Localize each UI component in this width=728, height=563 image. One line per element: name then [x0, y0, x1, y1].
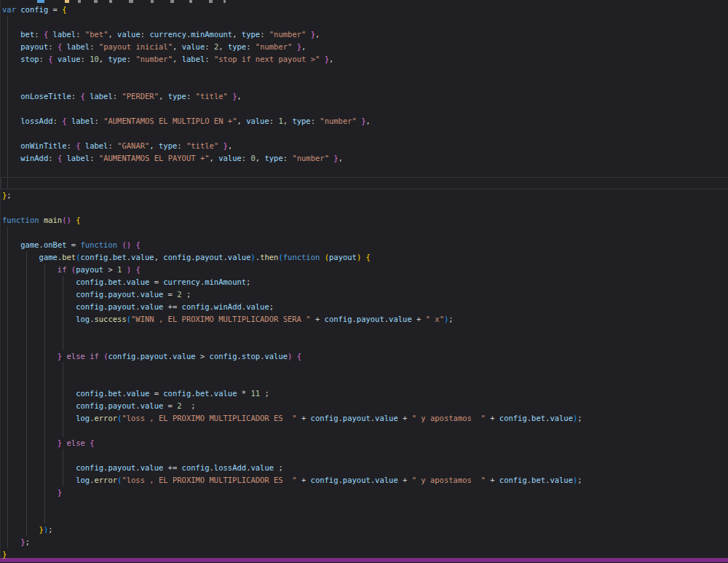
code-line[interactable]: winAdd: { label: "AUMENTAMOS EL PAYOUT +… [2, 152, 582, 165]
code-line[interactable] [2, 425, 582, 437]
code-line[interactable]: onWinTitle: { label: "GANAR", type: "tit… [2, 140, 582, 152]
code-line[interactable]: } else { [2, 437, 582, 449]
clipped-glyph-fragment [151, 0, 154, 3]
code-line[interactable] [2, 16, 582, 28]
code-line[interactable]: log.success("WINN , EL PROXIMO MULTIPLIC… [2, 313, 582, 326]
clipped-glyph-fragment [94, 0, 98, 3]
code-line[interactable]: }; [2, 189, 582, 202]
code-line[interactable] [2, 449, 582, 462]
clipped-glyph-fragment [109, 0, 112, 3]
clipped-glyph-fragment [170, 0, 174, 3]
code-line[interactable]: config.payout.value += config.lossAdd.va… [2, 462, 582, 474]
clipped-glyph-fragment [209, 0, 213, 3]
code-line[interactable] [2, 177, 582, 189]
code-line[interactable]: config.payout.value += config.winAdd.val… [2, 301, 582, 313]
code-line[interactable]: } [2, 487, 582, 499]
code-line[interactable] [2, 227, 582, 239]
code-line[interactable]: config.payout.value = 2 ; [2, 400, 582, 412]
code-line[interactable]: stop: { value: 10, type: "number", label… [2, 53, 582, 66]
code-line[interactable]: log.error("loss , EL PROXIMO MULTIPLICAD… [2, 412, 582, 425]
code-line[interactable] [2, 363, 582, 375]
code-line[interactable]: game.onBet = function () { [2, 239, 582, 251]
code-line[interactable] [2, 127, 582, 140]
code-line[interactable]: config.payout.value = 2 ; [2, 288, 582, 301]
code-line[interactable]: if (payout > 1 ) { [2, 264, 582, 276]
code-line[interactable]: } else if (config.payout.value > config.… [2, 350, 582, 363]
code-line[interactable] [2, 511, 582, 524]
code-text[interactable]: var config = { bet: { label: "bet", valu… [2, 4, 582, 561]
code-line[interactable] [2, 78, 582, 90]
code-line[interactable]: log.error("loss , EL PROXIMO MULTIPLICAD… [2, 474, 582, 487]
code-editor[interactable]: var config = { bet: { label: "bet", valu… [0, 0, 728, 558]
code-line[interactable]: game.bet(config.bet.value, config.payout… [2, 251, 582, 264]
code-line[interactable]: config.bet.value = config.bet.value * 11… [2, 387, 582, 400]
clipped-glyph-fragment [129, 0, 133, 3]
clipped-glyph-fragment [37, 0, 44, 3]
code-line[interactable]: bet: { label: "bet", value: currency.min… [2, 28, 582, 41]
code-line[interactable]: }; [2, 536, 582, 548]
code-line[interactable] [2, 66, 582, 78]
code-line[interactable]: }); [2, 524, 582, 536]
code-line[interactable] [2, 165, 582, 177]
code-line[interactable]: config.bet.value = currency.minAmount; [2, 276, 582, 288]
code-line[interactable]: payout: { label: "payout inicial", value… [2, 41, 582, 53]
code-line[interactable] [2, 202, 582, 214]
clipped-glyph-fragment [223, 0, 226, 3]
code-line[interactable] [2, 326, 582, 338]
code-line[interactable]: lossAdd: { label: "AUMENTAMOS EL MULTIPL… [2, 115, 582, 127]
clipped-glyph-fragment [78, 0, 81, 3]
code-line[interactable]: var config = { [2, 4, 582, 16]
code-line[interactable]: } [2, 548, 582, 561]
code-line[interactable] [2, 499, 582, 511]
code-line[interactable] [2, 103, 582, 115]
clipped-glyph-fragment [189, 0, 192, 3]
code-line[interactable]: function main() { [2, 214, 582, 227]
code-line[interactable] [2, 338, 582, 350]
clipped-glyph-fragment [65, 0, 69, 3]
code-line[interactable]: onLoseTitle: { label: "PERDER", type: "t… [2, 90, 582, 103]
code-line[interactable] [2, 375, 582, 387]
